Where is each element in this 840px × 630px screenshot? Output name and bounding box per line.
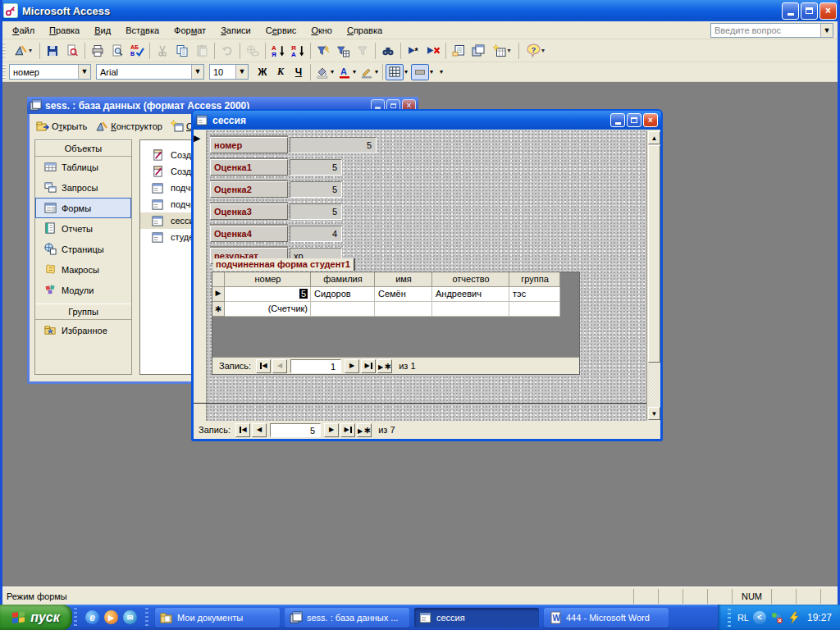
sort-descending-button[interactable]: ЯА: [288, 42, 308, 60]
lightning-icon[interactable]: [788, 611, 801, 624]
column-header-familiya[interactable]: фамилия: [311, 272, 375, 287]
field-value-ocenka3[interactable]: 5: [290, 203, 342, 220]
media-player-icon[interactable]: ▶: [104, 610, 118, 624]
open-button[interactable]: Открыть: [36, 120, 87, 133]
chevron-down-icon[interactable]: ▼: [191, 65, 203, 79]
field-value-ocenka2[interactable]: 5: [290, 181, 342, 198]
subform-first-record-button[interactable]: ◀: [256, 359, 271, 373]
subform-last-record-button[interactable]: ▶: [361, 359, 376, 373]
minimize-button[interactable]: [782, 2, 799, 20]
cell-nomer[interactable]: 5: [225, 287, 311, 302]
menu-insert[interactable]: Вставка: [118, 23, 167, 38]
cell-empty[interactable]: [311, 302, 375, 317]
filter-by-form-button[interactable]: [333, 42, 353, 60]
print-preview-button[interactable]: [107, 42, 127, 60]
object-modules[interactable]: Модули: [35, 280, 131, 300]
italic-button[interactable]: К: [272, 64, 290, 80]
chevron-down-icon[interactable]: ▼: [78, 65, 90, 79]
chevron-down-icon[interactable]: ▾: [541, 47, 545, 54]
form-close-button[interactable]: ×: [643, 113, 658, 127]
cell-familiya[interactable]: Сидоров: [311, 287, 375, 302]
taskbar-button-sessiya[interactable]: сессия: [414, 608, 539, 628]
spelling-button[interactable]: АБВ: [127, 42, 147, 60]
object-reports[interactable]: Отчеты: [35, 218, 131, 239]
chevron-down-icon[interactable]: ▾: [430, 68, 433, 75]
menu-tools[interactable]: Сервис: [258, 23, 304, 38]
ask-question-combobox[interactable]: Введите вопрос ▼: [710, 23, 833, 38]
cell-otchestvo[interactable]: Андреевич: [432, 287, 509, 302]
cell-nomer-new[interactable]: (Счетчик): [225, 302, 311, 317]
field-value-ocenka1[interactable]: 5: [290, 159, 342, 176]
start-button[interactable]: пуск: [0, 605, 72, 630]
underline-button[interactable]: Ч: [290, 64, 308, 80]
chevron-down-icon[interactable]: ▾: [404, 68, 408, 75]
find-button[interactable]: [378, 42, 398, 60]
font-color-button[interactable]: А ▾: [336, 64, 358, 80]
subform-new-record-button[interactable]: ▶∗: [377, 359, 392, 373]
save-button[interactable]: [43, 42, 62, 60]
internet-explorer-icon[interactable]: e: [85, 610, 99, 624]
groups-header-button[interactable]: Группы: [35, 304, 131, 320]
object-queries[interactable]: Запросы: [35, 177, 131, 198]
chevron-down-icon[interactable]: ▾: [353, 68, 356, 75]
scrollbar-thumb[interactable]: [648, 145, 660, 363]
sort-ascending-button[interactable]: АЯ: [268, 42, 288, 60]
column-header-nomer[interactable]: номер: [225, 272, 311, 287]
scroll-up-button[interactable]: ▲: [648, 131, 660, 144]
control-name-combobox[interactable]: номер ▼: [9, 64, 91, 80]
menu-edit[interactable]: Правка: [42, 23, 87, 38]
column-header-otchestvo[interactable]: отчество: [432, 272, 509, 287]
copy-button[interactable]: [172, 42, 192, 60]
new-object-button[interactable]: ▾: [488, 42, 516, 60]
close-button[interactable]: ×: [819, 2, 837, 20]
menu-format[interactable]: Формат: [167, 23, 213, 38]
cell-gruppa[interactable]: тэс: [509, 287, 560, 302]
field-value-nomer[interactable]: 5: [290, 137, 377, 153]
properties-button[interactable]: [449, 42, 468, 60]
chevron-down-icon[interactable]: ▾: [331, 68, 334, 75]
filter-by-selection-button[interactable]: [313, 42, 333, 60]
column-header-imya[interactable]: имя: [375, 272, 432, 287]
row-selector-current[interactable]: ▶: [212, 287, 225, 302]
outlook-express-icon[interactable]: ✉: [123, 610, 137, 624]
language-indicator[interactable]: RL: [737, 613, 749, 623]
taskbar-button-my-documents[interactable]: Мои документы: [155, 608, 280, 628]
record-selector-strip[interactable]: ▶: [194, 130, 207, 421]
form-restore-button[interactable]: [627, 113, 641, 127]
form-minimize-button[interactable]: [610, 113, 625, 127]
menu-file[interactable]: Файл: [5, 23, 42, 38]
file-search-button[interactable]: [62, 42, 82, 60]
objects-header-button[interactable]: Объекты: [35, 140, 131, 157]
line-color-button[interactable]: ▾: [358, 64, 380, 80]
help-button[interactable]: ?▾: [522, 42, 550, 60]
chevron-down-icon[interactable]: ▾: [375, 68, 378, 75]
cell-imya[interactable]: Семён: [375, 287, 432, 302]
record-number-box[interactable]: 5: [270, 423, 321, 437]
view-design-button[interactable]: ▾: [9, 42, 37, 60]
fill-color-button[interactable]: ▾: [313, 64, 336, 80]
font-size-combobox[interactable]: 10 ▼: [209, 64, 249, 80]
column-header-gruppa[interactable]: группа: [509, 272, 560, 287]
chevron-down-icon[interactable]: ▼: [235, 65, 248, 79]
print-button[interactable]: [88, 42, 107, 60]
next-record-button[interactable]: ▶: [324, 423, 339, 437]
chevron-down-icon[interactable]: ▾: [29, 47, 32, 54]
menu-window[interactable]: Окно: [304, 23, 340, 38]
offline-users-icon[interactable]: [770, 611, 783, 624]
menu-records[interactable]: Записи: [213, 23, 258, 38]
bold-button[interactable]: Ж: [253, 64, 272, 80]
database-window-button[interactable]: [468, 42, 488, 60]
delete-record-button[interactable]: [423, 42, 443, 60]
group-favorites[interactable]: Избранное: [35, 320, 131, 340]
subform-next-record-button[interactable]: ▶: [345, 359, 359, 373]
object-macros[interactable]: Макросы: [35, 259, 131, 280]
restore-button[interactable]: [801, 2, 818, 20]
cell-empty[interactable]: [375, 302, 432, 317]
row-selector-new[interactable]: ∗: [212, 302, 225, 317]
object-tables[interactable]: Таблицы: [35, 157, 131, 177]
subform-record-number-box[interactable]: 1: [290, 359, 341, 373]
font-name-combobox[interactable]: Arial ▼: [96, 64, 204, 80]
object-forms[interactable]: Формы: [35, 198, 131, 218]
cell-empty[interactable]: [509, 302, 560, 317]
menu-view[interactable]: Вид: [87, 23, 118, 38]
